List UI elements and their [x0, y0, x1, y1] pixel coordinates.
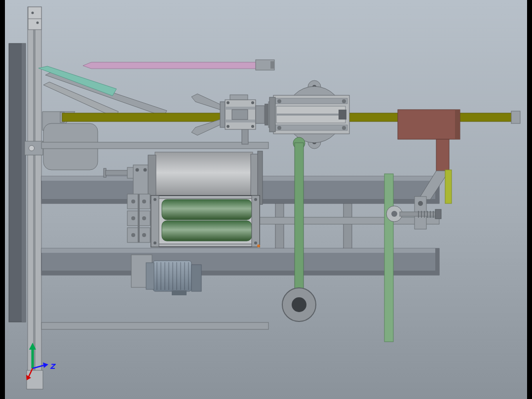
- brown-block: [398, 110, 460, 139]
- mid-rail[interactable]: [257, 217, 439, 224]
- body-rail: [225, 107, 256, 110]
- support-column-right[interactable]: [384, 174, 393, 342]
- bolt: [227, 101, 229, 104]
- belt-strip[interactable]: [445, 170, 452, 203]
- shaft-coupler: [256, 106, 265, 123]
- beam-end-cap: [435, 248, 439, 275]
- letterbox-left: [0, 0, 5, 399]
- bearing-hub: [391, 211, 397, 217]
- bolt: [142, 200, 146, 203]
- bolt: [277, 99, 281, 103]
- bolt: [254, 241, 257, 244]
- bolt: [251, 101, 254, 104]
- piston-centerline: [276, 114, 345, 116]
- rail-groove: [33, 7, 36, 388]
- rail-foot-block: [27, 370, 43, 389]
- shaft-right-cap: [511, 111, 520, 123]
- bracket-roller: [29, 146, 35, 151]
- bolt: [227, 125, 229, 128]
- orange-marker: [257, 244, 260, 247]
- bolt: [144, 168, 147, 172]
- housing-right-plate: [252, 196, 260, 247]
- drum-left-cap: [148, 155, 156, 200]
- bolt: [251, 125, 254, 128]
- beam-bottom-face: [41, 271, 439, 275]
- cylinder-left-cap: [269, 97, 275, 132]
- assembly-drawing[interactable]: Z: [0, 0, 532, 399]
- pipe-bore: [292, 297, 306, 312]
- coupler-ring: [265, 104, 268, 125]
- pink-arm-end-clamp[interactable]: [256, 60, 274, 70]
- motor-front-cap: [146, 263, 154, 289]
- motor-gearbox: [191, 265, 201, 291]
- main-beam-lower[interactable]: [41, 248, 439, 275]
- gripper-top-tab: [230, 95, 248, 100]
- green-roller-lower: [162, 221, 252, 241]
- upper-cross-beam[interactable]: [41, 142, 268, 149]
- roller-box[interactable]: [151, 196, 260, 247]
- support-post-right[interactable]: [343, 202, 352, 250]
- guide-rail-top: [275, 98, 347, 104]
- bolt: [254, 198, 257, 201]
- bolt: [32, 12, 34, 14]
- body-rail: [225, 120, 256, 122]
- bolt: [342, 126, 346, 130]
- lead-screw: [400, 212, 436, 216]
- clamp-jaw: [270, 61, 274, 69]
- back-panel-edge: [22, 43, 26, 322]
- lower-cross-beam[interactable]: [41, 322, 268, 329]
- beam-top-face: [41, 248, 439, 253]
- pink-arm[interactable]: [83, 62, 266, 69]
- gripper-center-block: [232, 110, 248, 120]
- screw-nut: [435, 209, 441, 219]
- threaded-rod: [138, 194, 140, 242]
- bolt: [418, 201, 423, 206]
- bolt: [142, 216, 146, 220]
- bolt: [153, 241, 156, 244]
- bolt: [131, 233, 135, 237]
- guide-rail-bottom: [275, 125, 347, 130]
- bolt: [342, 99, 346, 103]
- motor-foot: [172, 290, 187, 295]
- rail-top-bracket: [28, 7, 41, 30]
- column-rod: [295, 143, 304, 289]
- green-roller-upper: [162, 200, 252, 220]
- brown-block-edge: [455, 110, 460, 139]
- brown-arm: [436, 139, 449, 172]
- housing-left-plate: [151, 196, 159, 247]
- claw-crossbar: [220, 102, 225, 127]
- bearing-stack[interactable]: [127, 194, 150, 242]
- bolt: [142, 233, 146, 237]
- cad-viewport[interactable]: Z: [0, 0, 532, 399]
- letterbox-right: [527, 0, 532, 399]
- bolt: [277, 126, 281, 130]
- bolt: [153, 198, 156, 201]
- end-block: [339, 110, 346, 120]
- bolt: [131, 200, 135, 203]
- bolt: [37, 22, 39, 24]
- bolt: [136, 168, 139, 172]
- support-post-left[interactable]: [275, 202, 284, 250]
- bolt: [131, 216, 135, 220]
